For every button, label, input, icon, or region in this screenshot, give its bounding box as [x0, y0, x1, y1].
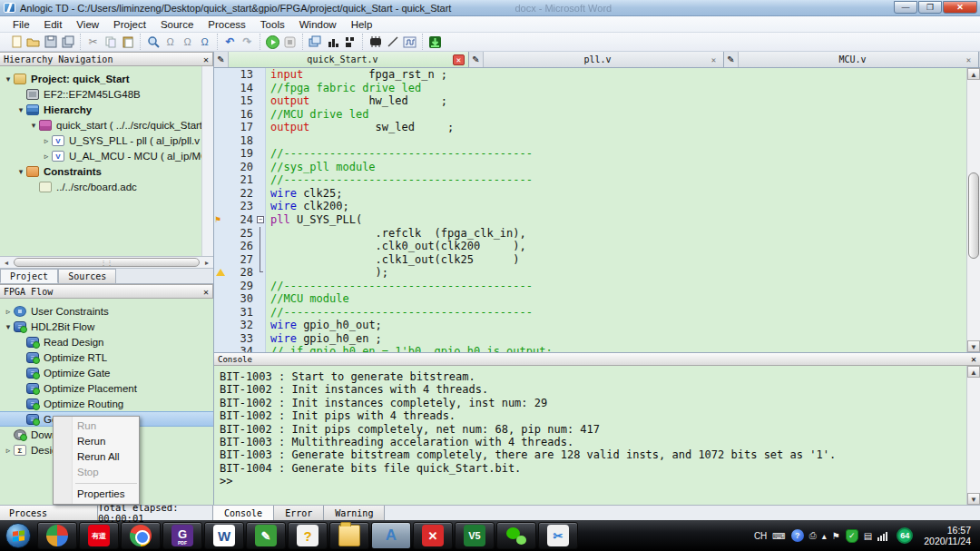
- app-word[interactable]: W: [204, 522, 244, 549]
- expanded-arrow-icon[interactable]: ▾: [3, 74, 14, 84]
- start-button[interactable]: [5, 523, 31, 548]
- line-number-gutter[interactable]: 27: [214, 253, 256, 267]
- find-next-icon[interactable]: Ω: [180, 34, 195, 49]
- code-line-30[interactable]: 30//MCU module: [214, 292, 966, 306]
- output-tab-error[interactable]: Error: [274, 506, 324, 520]
- action-center-icon[interactable]: ⚑: [832, 531, 840, 541]
- app-snipping[interactable]: ✂: [538, 522, 578, 549]
- fold-column[interactable]: [256, 345, 266, 352]
- hscroll-thumb[interactable]: ⋮⋮: [14, 258, 200, 267]
- app-explorer[interactable]: [329, 522, 369, 549]
- collapsed-arrow-icon[interactable]: ▹: [3, 446, 14, 455]
- fold-column[interactable]: [256, 147, 266, 161]
- paste-icon[interactable]: [120, 34, 135, 49]
- code-line-27[interactable]: 27 .clk1_out(clk25 ): [214, 253, 966, 267]
- line-number-gutter[interactable]: 19: [214, 147, 256, 161]
- language-indicator[interactable]: CH: [754, 531, 767, 541]
- minimize-button[interactable]: —: [894, 1, 917, 14]
- code-editor[interactable]: 13input fpga_rst_n ;14//fpga fabric driv…: [214, 68, 980, 352]
- editor-tab-quick_start-v[interactable]: quick_Start.v✕: [229, 52, 469, 67]
- tab-close-icon[interactable]: ✕: [453, 54, 465, 65]
- fold-column[interactable]: [256, 94, 266, 108]
- code-line-23[interactable]: 23wire clk200;: [214, 200, 966, 213]
- app-v5[interactable]: V5: [455, 522, 495, 549]
- scroll-right-arrow-icon[interactable]: ▸: [201, 259, 213, 267]
- tray-expand-icon[interactable]: ▴: [822, 531, 827, 541]
- line-number-gutter[interactable]: 30: [214, 292, 256, 306]
- waveform-icon[interactable]: [402, 34, 417, 49]
- collapsed-arrow-icon[interactable]: ▹: [41, 136, 52, 145]
- line-number-gutter[interactable]: 13: [214, 68, 256, 82]
- fpga-flow-close-icon[interactable]: ✕: [203, 287, 209, 297]
- expanded-arrow-icon[interactable]: ▾: [15, 167, 26, 176]
- flow-item-read-design[interactable]: ≡Read Design: [0, 334, 213, 349]
- find-prev-icon[interactable]: Ω: [162, 34, 178, 49]
- tree-item-hierarchy[interactable]: ▾Hierarchy: [0, 102, 213, 117]
- app-chrome[interactable]: [121, 522, 161, 549]
- line-number-gutter[interactable]: 17: [214, 121, 256, 134]
- code-line-25[interactable]: 25 .refclk (fpga_clk_in),: [214, 227, 966, 241]
- cut-icon[interactable]: ✂: [85, 34, 101, 49]
- tree-item-project[interactable]: ▾Project: quick_Start: [0, 71, 213, 86]
- flow-item-optimize-rtl[interactable]: ≡Optimize RTL: [0, 349, 213, 365]
- output-tab-console[interactable]: Console: [213, 506, 274, 520]
- fold-column[interactable]: [256, 200, 266, 213]
- line-number-gutter[interactable]: 33: [214, 332, 256, 346]
- code-line-17[interactable]: 17output sw_led ;: [214, 121, 966, 134]
- line-number-gutter[interactable]: 34: [214, 345, 256, 352]
- menu-help[interactable]: Help: [344, 18, 380, 31]
- fold-column[interactable]: [256, 227, 266, 241]
- line-number-gutter[interactable]: 29: [214, 280, 256, 293]
- battery-badge[interactable]: 64: [897, 527, 913, 544]
- menu-edit[interactable]: Edit: [37, 18, 70, 31]
- app-helpfile[interactable]: ?: [288, 522, 328, 549]
- line-number-gutter[interactable]: 21: [214, 173, 256, 187]
- tab-close-icon[interactable]: ✕: [963, 54, 975, 65]
- collapsed-arrow-icon[interactable]: ▹: [41, 152, 52, 161]
- menu-source[interactable]: Source: [153, 18, 201, 31]
- code-line-16[interactable]: 16//MCU drive led: [214, 108, 966, 122]
- code-line-33[interactable]: 33wire gpio_h0_en ;: [214, 332, 966, 346]
- report-chart2-icon[interactable]: [342, 34, 358, 49]
- context-menu-properties[interactable]: Properties: [54, 487, 139, 502]
- console-close-icon[interactable]: ✕: [971, 354, 976, 364]
- code-line-13[interactable]: 13input fpga_rst_n ;: [214, 68, 966, 82]
- antivirus-shield-icon[interactable]: ✓: [846, 529, 858, 543]
- console-output[interactable]: BIT-1003 : Start to generate bitstream.B…: [214, 366, 966, 505]
- app-xmind[interactable]: ✕: [413, 522, 453, 549]
- left-tab-project[interactable]: Project: [0, 269, 58, 283]
- code-line-19[interactable]: 19//------------------------------------…: [214, 147, 966, 161]
- flow-item-user-constraints[interactable]: ▹User Constraints: [0, 303, 213, 319]
- fold-column[interactable]: [256, 292, 266, 306]
- line-number-gutter[interactable]: 14: [214, 82, 256, 95]
- editor-tab-mcu-v[interactable]: MCU.v✕: [739, 52, 979, 67]
- line-number-gutter[interactable]: 23: [214, 200, 256, 213]
- network-signal-icon[interactable]: [877, 530, 888, 541]
- task-icon[interactable]: ▤: [864, 531, 872, 541]
- console-vscrollbar[interactable]: ▲ ▼: [966, 366, 980, 505]
- console-prompt[interactable]: >>: [220, 475, 966, 487]
- line-number-gutter[interactable]: 16: [214, 108, 256, 122]
- fold-column[interactable]: [256, 187, 266, 201]
- draw-line-icon[interactable]: [385, 34, 400, 49]
- code-line-20[interactable]: 20//sys_pll module: [214, 161, 966, 174]
- line-number-gutter[interactable]: 22: [214, 187, 256, 201]
- close-button[interactable]: ✕: [943, 1, 977, 14]
- tree-item-u-sys-pll[interactable]: ▹VU_SYS_PLL - pll ( al_ip/pll.v ): [0, 133, 213, 148]
- help-icon[interactable]: ?: [791, 529, 804, 542]
- code-line-28[interactable]: 28 );: [214, 266, 966, 280]
- fold-column[interactable]: [256, 319, 266, 332]
- tree-item-device[interactable]: EF2::EF2M45LG48B: [0, 86, 213, 102]
- code-line-31[interactable]: 31//------------------------------------…: [214, 306, 966, 320]
- keyboard-icon[interactable]: ⌨: [772, 531, 785, 541]
- scroll-up-arrow-icon[interactable]: ▲: [967, 68, 980, 80]
- line-number-gutter[interactable]: 18: [214, 134, 256, 148]
- line-number-gutter[interactable]: ⚑24: [214, 213, 256, 227]
- flow-item-hdl2bit-flow[interactable]: ▾≡HDL2Bit Flow: [0, 319, 213, 334]
- expanded-arrow-icon[interactable]: ▾: [3, 322, 14, 331]
- fold-column[interactable]: [256, 173, 266, 187]
- code-line-22[interactable]: 22wire clk25;: [214, 187, 966, 201]
- tree-item-quick-start[interactable]: ▾quick_start ( ../../src/quick_Start.v ): [0, 117, 213, 133]
- tree-item-constraints[interactable]: ▾Constraints: [0, 163, 213, 179]
- download-bitstream-icon[interactable]: [427, 34, 443, 49]
